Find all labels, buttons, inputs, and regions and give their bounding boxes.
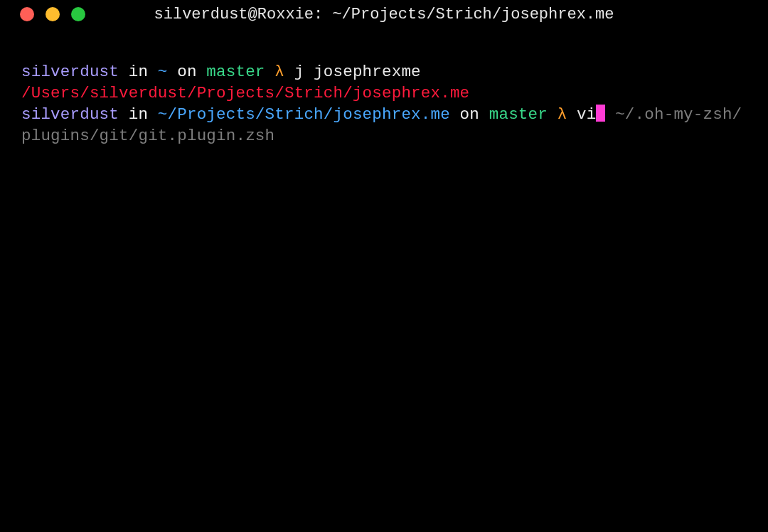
zoom-icon[interactable]	[71, 7, 85, 21]
prompt-sep-on: on	[450, 105, 489, 124]
prompt-path: ~	[158, 63, 168, 81]
titlebar: silverdust@Roxxie: ~/Projects/Strich/jos…	[0, 0, 768, 28]
typed-command: vi	[577, 105, 596, 124]
prompt-sep-in: in	[119, 105, 158, 124]
prompt-lambda: λ	[548, 105, 577, 124]
prompt-user: silverdust	[21, 105, 119, 124]
window-title: silverdust@Roxxie: ~/Projects/Strich/jos…	[0, 6, 768, 23]
prompt-user: silverdust	[21, 63, 119, 81]
command-output: /Users/silverdust/Projects/Strich/joseph…	[21, 84, 469, 102]
terminal-content[interactable]: silverdust in ~ on master λ j josephrexm…	[0, 28, 768, 147]
prompt-branch: master	[489, 105, 548, 124]
terminal-window: silverdust@Roxxie: ~/Projects/Strich/jos…	[0, 0, 768, 532]
prompt-branch: master	[206, 63, 265, 81]
command-text: j josephrexme	[294, 63, 421, 81]
prompt-sep-in: in	[119, 63, 158, 81]
minimize-icon[interactable]	[46, 7, 60, 21]
prompt-sep-on: on	[168, 63, 207, 81]
close-icon[interactable]	[20, 7, 34, 21]
prompt-lambda: λ	[265, 63, 294, 81]
cursor-icon	[596, 105, 605, 122]
prompt-path: ~/Projects/Strich/josephrex.me	[158, 105, 450, 124]
traffic-lights	[0, 7, 85, 21]
